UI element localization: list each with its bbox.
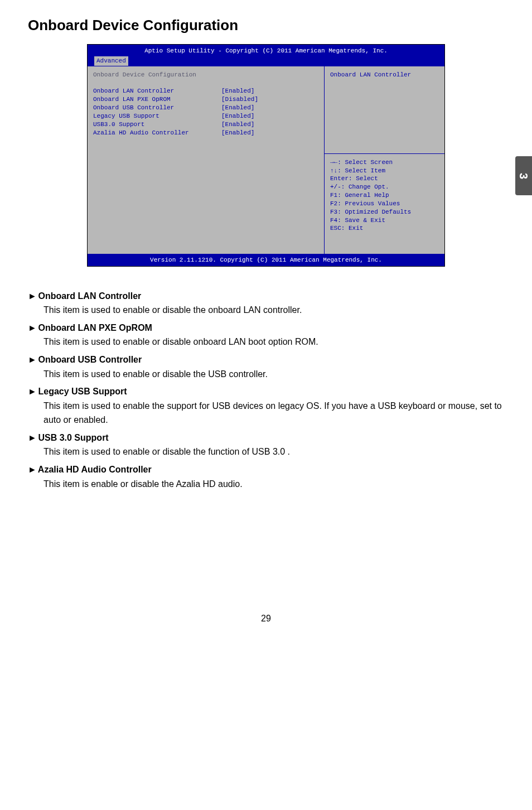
bios-tab-advanced: Advanced [94,56,128,66]
page-number: 29 [28,614,504,624]
desc-title: ► Legacy USB Support [28,384,504,399]
desc-title: ► Onboard LAN Controller [28,289,504,303]
bios-setting-row: Azalia HD Audio Controller[Enabled] [93,129,318,137]
bios-setting-row: Onboard USB Controller[Enabled] [93,104,318,112]
bios-left-heading: Onboard Device Configuration [93,71,318,79]
desc-body: This item is used to enable or disable t… [28,445,504,459]
bios-footer: Version 2.11.1210. Copyright (C) 2011 Am… [88,254,444,266]
desc-body: This item is used to enable the support … [28,399,504,427]
bios-help-panel: →←: Select Screen ↑↓: Select Item Enter:… [325,154,444,254]
bios-right-description: Onboard LAN Controller [325,66,444,154]
bios-setting-row: Legacy USB Support[Enabled] [93,112,318,120]
desc-body: This item is used to enable or disable t… [28,367,504,382]
chapter-side-tab: 3 [515,156,532,195]
description-list: ► Onboard LAN Controller This item is us… [28,289,504,491]
desc-title: ► Onboard LAN PXE OpROM [28,321,504,335]
bios-setting-row: Onboard LAN PXE OpROM[Disabled] [93,95,318,104]
bios-setting-row: Onboard LAN Controller[Enabled] [93,87,318,95]
page-title: Onboard Device Configuration [28,17,504,34]
desc-title: ► Azalia HD Audio Controller [28,462,504,477]
desc-title: ► USB 3.0 Support [28,431,504,445]
bios-left-panel: Onboard Device Configuration Onboard LAN… [88,66,325,254]
bios-screenshot: Aptio Setup Utility - Copyright (C) 2011… [87,44,445,267]
desc-body: This item is enable or disable the Azali… [28,477,504,491]
bios-setting-row: USB3.0 Support[Enabled] [93,120,318,129]
bios-header-title: Aptio Setup Utility - Copyright (C) 2011… [91,47,441,55]
desc-body: This item is used to enable or disable t… [28,303,504,317]
bios-header: Aptio Setup Utility - Copyright (C) 2011… [88,45,444,66]
desc-body: This item is used to enable or disable o… [28,335,504,349]
desc-title: ► Onboard USB Controller [28,353,504,367]
